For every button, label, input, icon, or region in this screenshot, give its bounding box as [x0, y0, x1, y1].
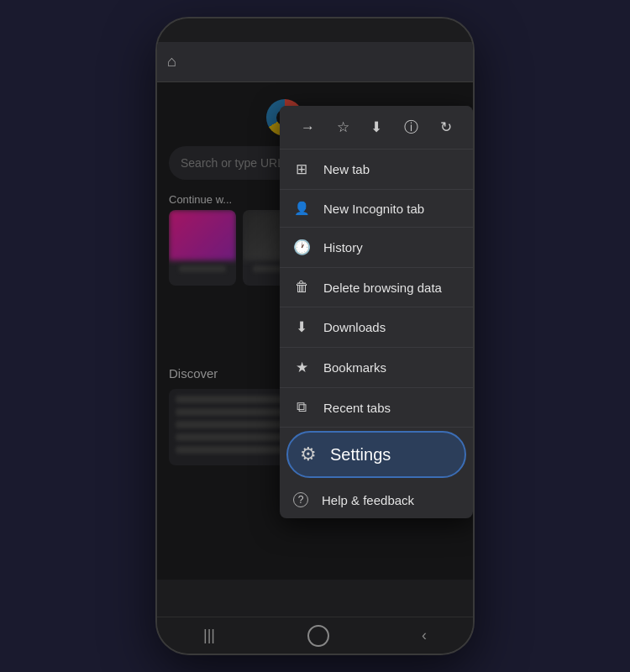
nav-back-icon[interactable]: ‹	[422, 627, 427, 644]
menu-item-recent-tabs[interactable]: ⧉ Recent tabs	[280, 388, 473, 428]
menu-item-history[interactable]: 🕐 History	[280, 228, 473, 268]
delete-icon: 🗑	[293, 279, 310, 296]
delete-label: Delete browsing data	[323, 281, 442, 295]
menu-item-new-tab[interactable]: ⊞ New tab	[280, 150, 473, 190]
dropdown-menu: → ☆ ⬇ ⓘ ↻ ⊞ New tab 👤 New Incognito tab …	[280, 106, 473, 518]
status-bar	[157, 18, 473, 42]
incognito-icon: 👤	[293, 201, 310, 216]
new-tab-icon: ⊞	[293, 160, 310, 178]
recent-tabs-label: Recent tabs	[323, 401, 391, 415]
help-icon: ?	[293, 492, 308, 507]
dropdown-forward-icon[interactable]: →	[297, 116, 318, 139]
settings-icon: ⚙	[300, 444, 317, 465]
settings-label: Settings	[330, 445, 391, 465]
nav-home-icon[interactable]	[307, 625, 329, 647]
dropdown-info-icon[interactable]: ⓘ	[401, 114, 422, 140]
history-icon: 🕐	[293, 239, 310, 256]
phone-frame: ⌂ Search or type URL Continue w...	[155, 17, 475, 655]
menu-item-settings[interactable]: ⚙ Settings	[286, 431, 466, 478]
bookmarks-label: Bookmarks	[323, 360, 386, 375]
nav-recents-icon[interactable]: |||	[203, 627, 215, 644]
downloads-label: Downloads	[323, 320, 386, 334]
help-label: Help & feedback	[322, 493, 414, 507]
bookmarks-icon: ★	[293, 359, 310, 376]
chrome-toolbar: ⌂	[157, 42, 473, 82]
dropdown-toolbar: → ☆ ⬇ ⓘ ↻	[280, 106, 473, 150]
bottom-nav: ||| ‹	[157, 617, 473, 654]
menu-item-bookmarks[interactable]: ★ Bookmarks	[280, 348, 473, 388]
history-label: History	[323, 240, 363, 255]
dropdown-star-icon[interactable]: ☆	[333, 115, 353, 139]
browser-content: Search or type URL Continue w... Discove…	[157, 82, 473, 617]
downloads-icon: ⬇	[293, 318, 310, 336]
dropdown-refresh-icon[interactable]: ↻	[437, 115, 455, 139]
menu-item-delete[interactable]: 🗑 Delete browsing data	[280, 268, 473, 307]
incognito-label: New Incognito tab	[323, 202, 424, 216]
menu-item-downloads[interactable]: ⬇ Downloads	[280, 307, 473, 348]
dropdown-download-icon[interactable]: ⬇	[367, 115, 386, 139]
recent-tabs-icon: ⧉	[293, 399, 310, 416]
new-tab-label: New tab	[323, 162, 370, 176]
menu-item-help[interactable]: ? Help & feedback	[280, 481, 473, 518]
menu-item-incognito[interactable]: 👤 New Incognito tab	[280, 190, 473, 228]
home-icon[interactable]: ⌂	[167, 53, 176, 71]
